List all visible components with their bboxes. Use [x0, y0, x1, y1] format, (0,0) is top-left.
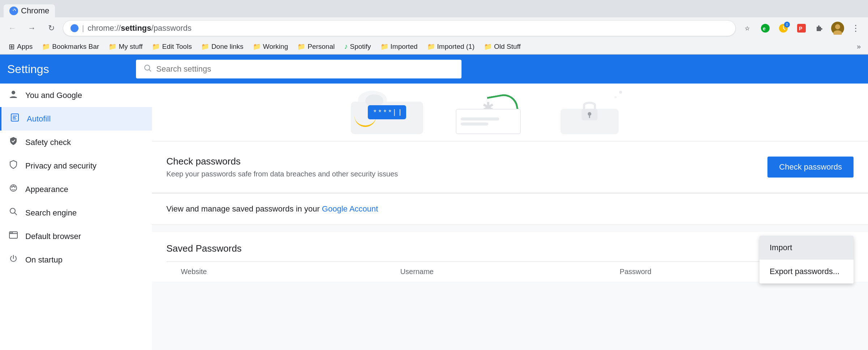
- sidebar-item-privacy-security[interactable]: Privacy and security: [0, 154, 152, 178]
- check-passwords-title: Check passwords: [166, 156, 398, 167]
- menu-icon[interactable]: ⋮: [848, 20, 864, 36]
- settings-body: You and Google Autofill: [0, 84, 868, 350]
- sidebar-item-safety-check[interactable]: Safety check: [0, 131, 152, 154]
- bookmark-done-links-label: Done links: [211, 43, 243, 51]
- bookmark-spotify-label: Spotify: [350, 43, 371, 51]
- svg-text:e: e: [763, 26, 766, 31]
- clock-blue-icon[interactable]: 0: [775, 20, 791, 36]
- check-passwords-desc: Keep your passwords safe from data breac…: [166, 170, 398, 178]
- svg-text:P: P: [799, 26, 802, 31]
- saved-passwords-title: Saved Passwords: [166, 243, 242, 254]
- svg-point-25: [10, 232, 12, 233]
- bookmark-imported-1[interactable]: 📁 Imported (1): [423, 41, 479, 52]
- search-engine-icon: [9, 207, 18, 219]
- sidebar-item-appearance[interactable]: Appearance: [0, 178, 152, 201]
- svg-point-1: [72, 26, 77, 30]
- hero-illustration-3: [550, 87, 629, 138]
- folder-icon: 📁: [42, 43, 50, 51]
- dot-2: [614, 96, 617, 98]
- autofill-icon: [10, 113, 20, 125]
- bookmark-imported[interactable]: 📁 Imported: [376, 41, 422, 52]
- dot-1: [619, 91, 622, 94]
- forward-button[interactable]: →: [24, 20, 40, 36]
- dropdown-item-import[interactable]: Import: [760, 236, 854, 260]
- folder-icon-5: 📁: [253, 43, 261, 51]
- search-input[interactable]: [156, 64, 454, 74]
- svg-point-12: [12, 91, 15, 94]
- lock-svg: [579, 98, 600, 123]
- svg-line-22: [14, 213, 17, 215]
- sidebar-privacy-label: Privacy and security: [25, 161, 97, 171]
- svg-point-8: [835, 24, 840, 29]
- form-mockup: [456, 109, 521, 134]
- check-passwords-section: Check passwords Keep your passwords safe…: [152, 141, 868, 193]
- bookmark-old-stuff[interactable]: 📁 Old Stuff: [480, 41, 525, 52]
- address-separator: |: [82, 24, 84, 33]
- evernote-icon[interactable]: e: [757, 20, 773, 36]
- dropdown-item-export[interactable]: Export passwords...: [760, 260, 854, 283]
- browser-chrome: Chrome ← → ↻ | chrome://settings/passwor…: [0, 0, 868, 55]
- bookmark-bookmarks-bar-label: Bookmarks Bar: [52, 43, 99, 51]
- address-url: chrome://settings/passwords: [88, 24, 191, 33]
- folder-icon-2: 📁: [109, 43, 116, 51]
- sidebar-item-search-engine[interactable]: Search engine: [0, 201, 152, 225]
- bookmark-spotify[interactable]: ♪ Spotify: [340, 41, 375, 52]
- sidebar-on-startup-label: On startup: [25, 255, 63, 265]
- sidebar-item-on-startup[interactable]: On startup: [0, 248, 152, 272]
- bookmark-apps[interactable]: ⊞ Apps: [4, 41, 37, 52]
- google-account-text: View and manage saved passwords in your: [166, 204, 320, 213]
- spotify-icon: ♪: [344, 42, 348, 51]
- search-bar[interactable]: [136, 60, 461, 78]
- hero-illustration-1: ****|: [347, 87, 427, 138]
- url-path: /passwords: [151, 24, 191, 33]
- bookmark-edit-tools-label: Edit Tools: [162, 43, 192, 51]
- form-line-2: [461, 123, 488, 125]
- sidebar-search-engine-label: Search engine: [25, 208, 77, 218]
- palette-icon: [9, 183, 18, 195]
- bookmark-old-stuff-label: Old Stuff: [494, 43, 521, 51]
- sidebar-item-default-browser[interactable]: Default browser: [0, 225, 152, 248]
- google-account-link[interactable]: Google Account: [322, 204, 378, 213]
- svg-point-18: [11, 186, 13, 188]
- notification-badge: 0: [784, 22, 790, 27]
- red-extension-icon[interactable]: P: [793, 20, 809, 36]
- bookmark-bookmarks-bar[interactable]: 📁 Bookmarks Bar: [38, 41, 103, 52]
- reload-button[interactable]: ↻: [43, 20, 59, 36]
- tab-favicon: [9, 7, 18, 15]
- dropdown-menu: Import Export passwords...: [760, 236, 854, 283]
- back-button[interactable]: ←: [4, 20, 20, 36]
- check-passwords-button[interactable]: Check passwords: [767, 157, 854, 178]
- hero-illustration: ****| ✱: [347, 87, 673, 138]
- bookmark-imported-1-label: Imported (1): [437, 43, 475, 51]
- bookmarks-bar: ⊞ Apps 📁 Bookmarks Bar 📁 My stuff 📁 Edit…: [0, 39, 868, 54]
- folder-icon-9: 📁: [484, 43, 492, 51]
- sidebar-item-autofill[interactable]: Autofill: [0, 107, 152, 131]
- sidebar-you-and-google-label: You and Google: [25, 91, 82, 100]
- active-tab[interactable]: Chrome: [4, 4, 55, 17]
- svg-point-20: [14, 186, 16, 188]
- puzzle-icon[interactable]: [812, 20, 827, 36]
- sidebar-autofill-label: Autofill: [27, 114, 51, 124]
- apps-grid-icon: ⊞: [9, 42, 15, 51]
- more-bookmarks-button[interactable]: »: [854, 41, 864, 52]
- avatar[interactable]: [830, 20, 846, 36]
- bookmark-done-links[interactable]: 📁 Done links: [197, 41, 248, 52]
- password-field-hero: ****|: [368, 105, 406, 119]
- bookmark-my-stuff[interactable]: 📁 My stuff: [104, 41, 147, 52]
- power-icon: [9, 254, 18, 266]
- saved-passwords-section: Saved Passwords Import Export passwords.…: [152, 232, 868, 282]
- url-settings: settings: [121, 24, 151, 33]
- bookmark-personal[interactable]: 📁 Personal: [293, 41, 339, 52]
- url-domain: chrome://: [88, 24, 121, 33]
- tab-bar: Chrome: [0, 0, 868, 17]
- search-icon: [143, 64, 152, 74]
- star-icon[interactable]: ☆: [739, 20, 755, 36]
- sidebar: You and Google Autofill: [0, 84, 152, 350]
- folder-icon-8: 📁: [427, 43, 435, 51]
- sidebar-item-you-and-google[interactable]: You and Google: [0, 84, 152, 107]
- bookmark-working[interactable]: 📁 Working: [248, 41, 292, 52]
- svg-point-26: [12, 232, 13, 233]
- bookmark-edit-tools[interactable]: 📁 Edit Tools: [148, 41, 196, 52]
- settings-title: Settings: [7, 63, 130, 76]
- address-bar[interactable]: | chrome://settings/passwords: [63, 20, 736, 36]
